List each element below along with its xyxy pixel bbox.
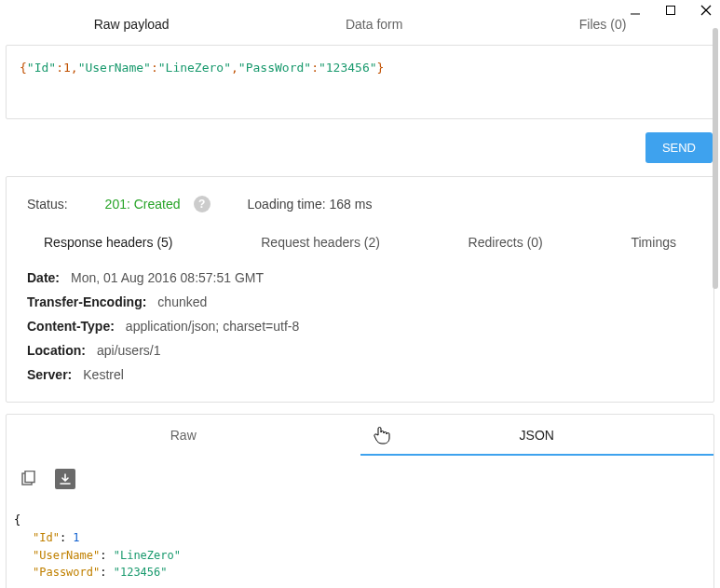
tab-raw-payload[interactable]: Raw payload [85, 13, 179, 35]
send-button[interactable]: SEND [645, 132, 713, 163]
sub-tab-timings[interactable]: Timings [631, 235, 676, 250]
header-key: Date: [27, 267, 60, 291]
json-key-username: "UserName" [33, 549, 100, 562]
header-value: chunked [157, 291, 207, 315]
json-val-password: "123456" [114, 566, 168, 579]
header-value: api/users/1 [97, 339, 160, 363]
tab-files[interactable]: Files (0) [570, 13, 636, 35]
header-key: Location: [27, 339, 86, 363]
scrollbar[interactable] [713, 28, 718, 289]
payload-comma: , [71, 61, 78, 75]
header-row: Location:api/users/1 [27, 339, 693, 363]
header-row: Date:Mon, 01 Aug 2016 08:57:51 GMT [27, 267, 693, 291]
window-controls [629, 4, 713, 17]
svg-rect-1 [667, 7, 675, 15]
loading-time: Loading time: 168 ms [248, 197, 373, 212]
help-icon[interactable]: ? [194, 196, 211, 212]
scrollbar-thumb[interactable] [713, 28, 718, 289]
response-body-card: Raw JSON { "Id": 1 "UserName": "LineZero… [6, 414, 714, 588]
resp-tab-raw[interactable]: Raw [7, 415, 360, 456]
json-val-username: "LineZero" [114, 549, 181, 562]
json-val-id: 1 [73, 531, 79, 544]
tab-underline [360, 454, 714, 456]
maximize-button[interactable] [664, 4, 677, 17]
response-card: Status: 201: Created ? Loading time: 168… [6, 176, 714, 403]
response-headers-list: Date:Mon, 01 Aug 2016 08:57:51 GMT Trans… [27, 267, 693, 402]
sub-tab-request-headers[interactable]: Request headers (2) [261, 235, 380, 250]
header-row: Server:Kestrel [27, 363, 693, 388]
header-row: Content-Type:application/json; charset=u… [27, 315, 693, 339]
json-key-id: "Id" [33, 531, 60, 544]
response-body-tabs: Raw JSON [7, 415, 713, 456]
header-row: Transfer-Encoding:chunked [27, 291, 693, 315]
download-icon[interactable] [55, 469, 75, 489]
payload-val-id: 1 [63, 61, 71, 75]
json-colon: : [100, 549, 113, 562]
sub-tab-response-headers[interactable]: Response headers (5) [44, 235, 173, 250]
header-value: Mon, 01 Aug 2016 08:57:51 GMT [71, 267, 264, 291]
header-key: Transfer-Encoding: [27, 291, 146, 315]
header-value: Kestrel [83, 363, 124, 388]
minimize-button[interactable] [629, 4, 642, 17]
payload-brace-close: } [377, 61, 385, 75]
header-value: application/json; charset=utf-8 [126, 315, 299, 339]
close-button[interactable] [700, 4, 713, 17]
payload-brace: { [20, 61, 27, 75]
json-toolbar [7, 456, 713, 495]
payload-key-username: "UserName" [78, 61, 151, 75]
payload-val-password: "123456" [319, 61, 377, 75]
payload-key-id: "Id" [27, 61, 56, 75]
copy-icon[interactable] [18, 469, 38, 489]
send-row: SEND [6, 132, 714, 163]
payload-comma: , [231, 61, 238, 75]
json-response-body: { "Id": 1 "UserName": "LineZero" "Passwo… [7, 495, 713, 588]
header-key: Content-Type: [27, 315, 115, 339]
json-brace: { [14, 513, 20, 526]
raw-payload-input[interactable]: {"Id":1,"UserName":"LineZero","PassWord"… [6, 45, 714, 119]
json-colon: : [100, 566, 113, 579]
svg-rect-5 [25, 472, 34, 483]
payload-colon: : [311, 61, 319, 75]
payload-val-username: "LineZero" [158, 61, 231, 75]
sub-tab-redirects[interactable]: Redirects (0) [469, 235, 543, 250]
json-colon: : [60, 531, 73, 544]
resp-tab-json[interactable]: JSON [360, 415, 714, 456]
header-key: Server: [27, 363, 72, 388]
status-code: 201: Created [105, 197, 181, 212]
status-label: Status: [27, 197, 68, 212]
payload-key-password: "PassWord" [238, 61, 311, 75]
payload-colon: : [56, 61, 63, 75]
payload-colon: : [151, 61, 158, 75]
tab-data-form[interactable]: Data form [336, 13, 412, 35]
json-key-password: "Password" [33, 566, 100, 579]
request-tabs: Raw payload Data form Files (0) [6, 6, 714, 45]
response-sub-tabs: Response headers (5) Request headers (2)… [27, 235, 693, 267]
